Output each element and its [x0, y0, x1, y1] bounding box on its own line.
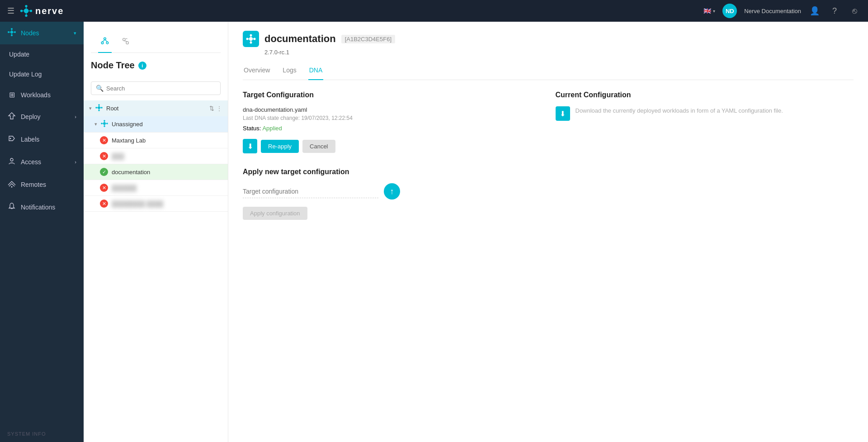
sidebar-item-workloads[interactable]: ⊞ Workloads	[0, 84, 84, 105]
blurred-label-3: ████████ ████	[112, 200, 163, 207]
svg-point-27	[126, 42, 129, 44]
sidebar-item-notifications-label: Notifications	[21, 204, 55, 211]
sidebar-item-nodes-label: Nodes	[21, 29, 39, 37]
tree-row-blurred-1[interactable]: ✕ ███	[84, 148, 228, 164]
detail-node-version: 2.7.0-rc.1	[264, 49, 854, 56]
logout-icon[interactable]: ⎋	[848, 5, 861, 17]
sidebar-item-deploy-label: Deploy	[21, 113, 41, 120]
language-selector[interactable]: 🇬🇧 ▾	[703, 7, 715, 14]
svg-point-20	[11, 186, 13, 188]
tab-overview[interactable]: Overview	[243, 63, 271, 80]
deploy-icon	[7, 112, 16, 122]
user-name[interactable]: Nerve Documentation	[744, 8, 801, 14]
status-dot-maxtang: ✕	[100, 136, 108, 144]
tree-row-maxtang-lab[interactable]: ✕ Maxtang Lab	[84, 133, 228, 148]
node-panel: Node Tree i 🔍 ▾	[84, 22, 228, 442]
list-view-tab[interactable]	[119, 33, 132, 53]
tree-row-unassigned[interactable]: ▾ Unass	[84, 116, 228, 133]
info-icon[interactable]: i	[138, 62, 146, 70]
svg-point-48	[249, 37, 253, 41]
svg-line-28	[124, 41, 127, 42]
target-config-input-row: ↑	[243, 183, 854, 200]
main-content: Node Tree i 🔍 ▾	[84, 22, 868, 442]
detail-node-name: documentation	[264, 33, 336, 45]
target-config-input[interactable]	[243, 185, 378, 198]
blurred-label-1: ███	[112, 153, 124, 160]
access-chevron-icon: ›	[75, 159, 76, 165]
root-node-icon	[95, 104, 103, 113]
cancel-btn[interactable]: Cancel	[302, 140, 335, 153]
root-label: Root	[106, 105, 118, 112]
labels-icon	[7, 134, 16, 144]
blurred-label-2: ██████	[112, 185, 137, 191]
apply-config-btn[interactable]: Apply configuration	[243, 207, 307, 220]
search-icon: 🔍	[96, 85, 104, 92]
node-search-box[interactable]: 🔍	[91, 81, 221, 95]
svg-point-21	[104, 38, 106, 40]
tab-logs[interactable]: Logs	[282, 63, 297, 80]
tree-view-tab[interactable]	[98, 33, 112, 53]
sidebar-item-labels-label: Labels	[21, 136, 39, 143]
tree-row-root[interactable]: ▾ Root	[84, 100, 228, 116]
node-search-input[interactable]	[106, 85, 216, 92]
sidebar-item-access[interactable]: Access ›	[0, 151, 84, 173]
deploy-chevron-icon: ›	[75, 114, 76, 119]
svg-point-30	[98, 106, 100, 109]
svg-point-22	[101, 42, 104, 44]
workloads-icon: ⊞	[7, 90, 16, 99]
sidebar-item-labels[interactable]: Labels	[0, 128, 84, 151]
node-panel-title: Node Tree i	[91, 60, 221, 71]
detail-panel: documentation [A1B2C3D4E5F6] 2.7.0-rc.1 …	[228, 22, 868, 442]
new-config-title: Apply new target configuration	[243, 168, 854, 176]
tree-row-blurred-3[interactable]: ✕ ████████ ████	[84, 196, 228, 212]
root-expand-icon: ▾	[89, 105, 92, 111]
sidebar-item-notifications[interactable]: Notifications	[0, 196, 84, 219]
current-config-box: ⬇ Download the currently deployed worklo…	[556, 106, 854, 121]
sidebar-item-workloads-label: Workloads	[21, 91, 51, 99]
root-more-icon[interactable]: ⋮	[216, 105, 222, 112]
svg-point-23	[106, 42, 108, 44]
menu-icon[interactable]: ☰	[7, 6, 14, 16]
svg-line-25	[105, 40, 108, 42]
nerve-logo[interactable]: nerve	[20, 5, 64, 17]
upload-config-btn[interactable]: ↑	[384, 183, 400, 200]
sidebar-item-update-label: Update	[9, 51, 29, 58]
flag-icon: 🇬🇧	[703, 7, 711, 14]
tree-row-documentation[interactable]: ✓ documentation	[84, 164, 228, 180]
user-avatar[interactable]: ND	[722, 4, 737, 18]
reapply-btn[interactable]: Re-apply	[261, 140, 299, 153]
tree-row-blurred-2[interactable]: ✕ ██████	[84, 180, 228, 196]
documentation-label: documentation	[112, 169, 150, 176]
svg-point-9	[10, 31, 13, 33]
config-last-change: Last DNA state change: 19/07/2023, 12:22…	[243, 115, 541, 121]
download-config-btn[interactable]: ⬇	[243, 139, 257, 153]
flag-chevron-icon: ▾	[713, 9, 715, 14]
sidebar-item-nodes[interactable]: Nodes ▾	[0, 22, 84, 44]
node-tree: ▾ Root	[84, 100, 228, 442]
nodes-icon	[7, 28, 16, 38]
sidebar-item-update[interactable]: Update	[0, 44, 84, 64]
sidebar-item-update-log-label: Update Log	[9, 71, 42, 78]
sidebar: Nodes ▾ Update Update Log ⊞ Workloads De…	[0, 22, 84, 442]
system-info-link[interactable]: SYSTEM INFO	[0, 426, 84, 442]
unassigned-label: Unassigned	[112, 121, 143, 128]
svg-line-24	[103, 40, 105, 42]
sidebar-item-remotes-label: Remotes	[21, 181, 46, 188]
unassigned-expand-icon: ▾	[94, 121, 97, 127]
current-config-description: Download the currently deployed workload…	[576, 106, 783, 115]
current-config-title: Current Configuration	[556, 91, 854, 99]
new-config-section: Apply new target configuration ↑ Apply c…	[243, 168, 854, 220]
sidebar-item-deploy[interactable]: Deploy ›	[0, 105, 84, 128]
sort-icon[interactable]: ⇅	[209, 105, 214, 112]
status-dot-blurred-2: ✕	[100, 184, 108, 192]
detail-header: documentation [A1B2C3D4E5F6]	[243, 31, 854, 47]
detail-node-id: [A1B2C3D4E5F6]	[341, 35, 395, 43]
help-icon[interactable]: ?	[828, 5, 841, 17]
config-grid: Target Configuration dna-documentation.y…	[243, 91, 854, 153]
sidebar-item-update-log[interactable]: Update Log	[0, 64, 84, 84]
status-dot-documentation: ✓	[100, 168, 108, 176]
sidebar-item-remotes[interactable]: Remotes	[0, 173, 84, 196]
user-profile-icon[interactable]: 👤	[808, 5, 821, 17]
tab-dna[interactable]: DNA	[308, 63, 324, 80]
download-current-btn[interactable]: ⬇	[556, 106, 570, 121]
